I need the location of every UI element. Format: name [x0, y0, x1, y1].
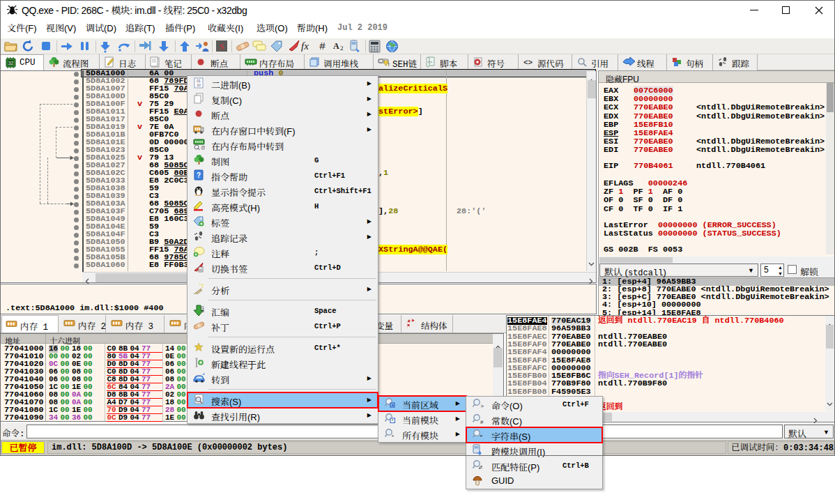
- svg-text:fx: fx: [301, 40, 309, 52]
- svg-text:#: #: [319, 41, 325, 52]
- svg-text:A: A: [333, 41, 339, 51]
- svg-text:#: #: [480, 419, 484, 425]
- svg-text:>: >: [481, 403, 484, 409]
- svg-text:“: “: [480, 434, 483, 440]
- svg-text:*: *: [392, 434, 394, 439]
- svg-text:S: S: [219, 41, 224, 52]
- svg-text:*: *: [392, 418, 394, 423]
- svg-text:<>: <>: [427, 60, 433, 65]
- svg-text:32: 32: [8, 61, 14, 66]
- svg-text:n: n: [199, 268, 201, 272]
- svg-text:!: !: [387, 61, 390, 68]
- svg-text:?: ?: [197, 171, 201, 179]
- svg-text:<>: <>: [523, 59, 533, 67]
- svg-text:10: 10: [201, 310, 204, 313]
- svg-text:@: @: [201, 145, 205, 150]
- svg-text:10: 10: [197, 83, 201, 87]
- svg-text:2: 2: [340, 45, 344, 52]
